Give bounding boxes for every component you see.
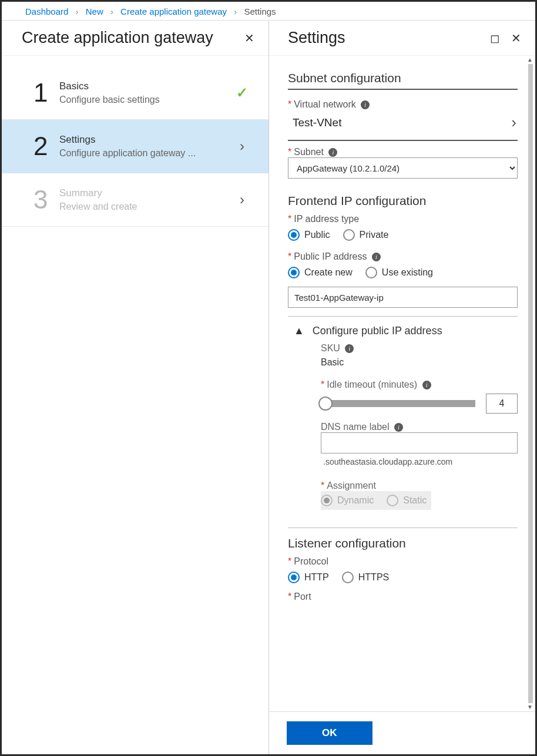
breadcrumb-create-app-gateway[interactable]: Create application gateway — [120, 6, 227, 16]
step-subtitle: Configure application gateway ... — [59, 148, 233, 159]
ip-type-radio-group: Public Private — [288, 229, 518, 241]
ip-type-private-radio[interactable]: Private — [343, 229, 389, 241]
chevron-right-icon: › — [233, 191, 251, 208]
divider — [288, 89, 518, 90]
chevron-right-icon: › — [233, 138, 251, 154]
settings-footer: OK — [269, 711, 535, 754]
section-subnet: Subnet configuration — [288, 71, 518, 85]
divider — [288, 527, 518, 528]
info-icon[interactable]: i — [361, 100, 370, 109]
step-title: Basics — [59, 80, 233, 92]
chevron-right-icon: › — [511, 113, 516, 132]
protocol-https-radio[interactable]: HTTPS — [342, 572, 389, 583]
wizard-step-summary[interactable]: 3 Summary Review and create › — [2, 173, 268, 227]
breadcrumb: Dashboard › New › Create application gat… — [2, 2, 535, 16]
step-title: Summary — [59, 187, 233, 199]
assignment-dynamic-radio: Dynamic — [321, 495, 374, 506]
step-number: 3 — [33, 185, 59, 214]
breadcrumb-new[interactable]: New — [86, 6, 103, 16]
info-icon[interactable]: i — [372, 253, 381, 261]
app-root: Dashboard › New › Create application gat… — [0, 0, 537, 756]
protocol-label: *Protocol — [288, 556, 518, 567]
step-subtitle: Configure basic settings — [59, 95, 233, 105]
ip-type-label: *IP address type — [288, 214, 518, 224]
info-icon[interactable]: i — [328, 148, 337, 157]
wizard-title: Create application gateway — [22, 29, 213, 47]
protocol-radio-group: HTTP HTTPS — [288, 572, 518, 583]
maximize-icon[interactable]: ◻ — [487, 31, 502, 46]
vnet-picker[interactable]: Test-VNet › — [288, 110, 518, 141]
slider-thumb[interactable] — [318, 397, 333, 411]
check-icon: ✓ — [233, 85, 251, 101]
info-icon[interactable]: i — [422, 381, 431, 389]
pip-create-new-radio[interactable]: Create new — [288, 267, 353, 278]
scroll-down-icon[interactable]: ▼ — [526, 703, 534, 711]
port-label: *Port — [288, 592, 518, 602]
wizard-steps: 1 Basics Configure basic settings ✓ 2 Se… — [2, 56, 268, 237]
settings-title: Settings — [288, 29, 345, 47]
subnet-select[interactable]: AppGateway (10.2.1.0/24) — [288, 157, 518, 179]
assignment-radio-group: Dynamic Static — [321, 495, 427, 506]
pip-radio-group: Create new Use existing — [288, 267, 518, 278]
sku-label: SKU i — [321, 343, 518, 354]
settings-body[interactable]: ▲ ▼ Subnet configuration *Virtual networ… — [269, 56, 535, 711]
chevron-right-icon: › — [110, 6, 113, 16]
subnet-label: *Subnet i — [288, 147, 518, 157]
info-icon[interactable]: i — [394, 423, 403, 432]
sku-value: Basic — [321, 357, 518, 368]
settings-pane: Settings ◻ ✕ ▲ ▼ Subnet configuration *V… — [269, 21, 535, 754]
split-panes: Create application gateway ✕ 1 Basics Co… — [2, 20, 535, 754]
idle-timeout-label: *Idle timeout (minutes) i — [321, 379, 518, 390]
pip-config-block: SKU i Basic *Idle timeout (minutes) i 4 — [288, 343, 518, 510]
breadcrumb-dashboard[interactable]: Dashboard — [25, 6, 68, 16]
settings-header: Settings ◻ ✕ — [269, 21, 535, 56]
step-number: 2 — [33, 132, 59, 161]
vnet-value: Test-VNet — [289, 116, 511, 129]
wizard-step-settings[interactable]: 2 Settings Configure application gateway… — [2, 120, 268, 173]
vnet-label: *Virtual network i — [288, 99, 518, 110]
assignment-static-radio: Static — [387, 495, 427, 506]
divider — [288, 316, 518, 317]
section-frontend: Frontend IP configuration — [288, 194, 518, 208]
close-icon[interactable]: ✕ — [241, 31, 257, 46]
idle-timeout-slider[interactable] — [321, 400, 475, 407]
ip-type-public-radio[interactable]: Public — [288, 229, 330, 241]
wizard-pane: Create application gateway ✕ 1 Basics Co… — [2, 21, 269, 754]
dns-label: DNS name label i — [321, 422, 518, 432]
step-number: 1 — [33, 78, 59, 107]
ok-button[interactable]: OK — [287, 721, 372, 745]
pip-name-input[interactable] — [288, 287, 518, 308]
dns-name-input[interactable] — [321, 432, 518, 453]
wizard-step-basics[interactable]: 1 Basics Configure basic settings ✓ — [2, 66, 268, 120]
wizard-header: Create application gateway ✕ — [2, 21, 268, 56]
pip-use-existing-radio[interactable]: Use existing — [365, 267, 433, 278]
breadcrumb-current: Settings — [244, 6, 276, 16]
pip-label: *Public IP address i — [288, 251, 518, 262]
section-listener: Listener configuration — [288, 536, 518, 550]
scroll-up-icon[interactable]: ▲ — [526, 56, 534, 64]
chevron-up-icon: ▲ — [294, 325, 304, 337]
configure-pip-expander[interactable]: ▲ Configure public IP address — [288, 325, 518, 337]
chevron-right-icon: › — [76, 6, 79, 16]
protocol-http-radio[interactable]: HTTP — [288, 572, 329, 583]
info-icon[interactable]: i — [345, 344, 354, 353]
chevron-right-icon: › — [234, 6, 237, 16]
assignment-label: *Assignment — [321, 481, 518, 491]
step-subtitle: Review and create — [59, 201, 233, 212]
step-title: Settings — [59, 134, 233, 146]
close-icon[interactable]: ✕ — [508, 31, 523, 46]
scrollbar[interactable]: ▲ ▼ — [526, 56, 534, 711]
dns-suffix: .southeastasia.cloudapp.azure.com — [321, 457, 518, 466]
idle-timeout-value[interactable]: 4 — [486, 394, 518, 414]
